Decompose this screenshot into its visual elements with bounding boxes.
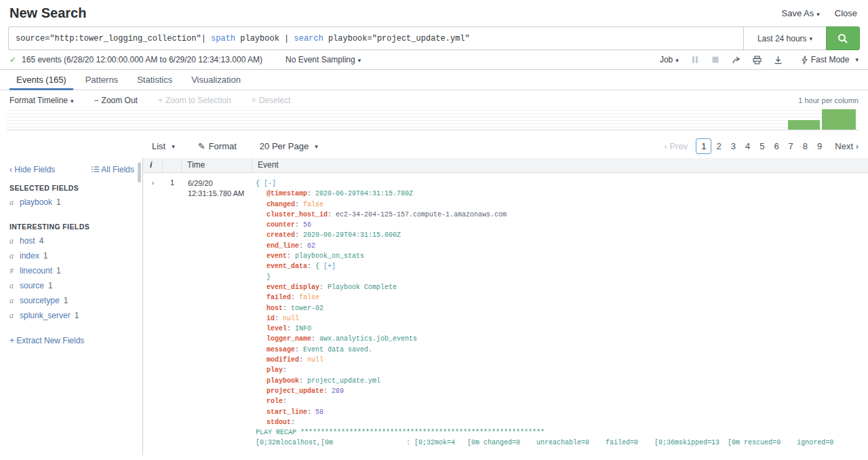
tab-visualization[interactable]: Visualization	[184, 70, 248, 90]
save-as-button[interactable]: Save As▾	[782, 8, 820, 18]
field-link[interactable]: splunk_server	[20, 311, 71, 320]
json-key[interactable]: playbook	[267, 377, 299, 385]
json-key[interactable]: role	[267, 398, 283, 405]
field-link[interactable]: source	[20, 281, 44, 290]
results-toolbar: List▾ ✎Format 20 Per Page▾ ‹ Prev 123456…	[0, 134, 868, 158]
search-mode-dropdown[interactable]: Fast Mode▾	[802, 55, 859, 64]
tab-statistics[interactable]: Statistics	[130, 70, 179, 90]
stop-job-icon[interactable]	[711, 56, 719, 64]
field-link[interactable]: host	[20, 236, 35, 246]
json-value[interactable]: project_update.yml	[307, 377, 380, 385]
json-key[interactable]: failed	[267, 294, 291, 301]
json-line: counter: 56	[256, 220, 868, 230]
json-value[interactable]: 2020-06-29T04:31:15.780Z	[315, 190, 413, 197]
share-icon[interactable]	[732, 56, 741, 64]
json-line: cluster_host_id: ec2-34-204-125-157.comp…	[256, 210, 868, 220]
json-key[interactable]: event	[267, 252, 287, 260]
json-key[interactable]: stdout	[267, 419, 291, 426]
json-value[interactable]: 62	[307, 242, 315, 250]
json-line: @timestamp: 2020-06-29T04:31:15.780Z	[256, 189, 868, 199]
search-button[interactable]	[826, 26, 860, 50]
json-value[interactable]: playbook_on_stats	[295, 252, 364, 260]
tab-events[interactable]: Events (165)	[9, 70, 73, 90]
field-link[interactable]: index	[20, 251, 39, 261]
json-key[interactable]: cluster_host_id	[267, 211, 328, 218]
format-timeline-dropdown[interactable]: Format Timeline▾	[9, 96, 74, 105]
page-button[interactable]: 6	[769, 139, 783, 153]
search-query-input[interactable]: source="http:tower_logging_collection"| …	[8, 26, 743, 50]
timeline-bar[interactable]	[788, 120, 820, 130]
json-value[interactable]: null	[283, 315, 299, 322]
collapse-toggle[interactable]: [-]	[264, 180, 276, 187]
expand-event-chevron-icon[interactable]: ›	[143, 178, 163, 448]
page-button[interactable]: 2	[711, 139, 726, 153]
list-view-dropdown[interactable]: List▾	[152, 141, 175, 151]
json-value[interactable]: ec2-34-204-125-157.compute-1.amazonaws.c…	[336, 211, 507, 218]
extract-new-fields-button[interactable]: + Extract New Fields	[9, 336, 134, 345]
time-column-header[interactable]: Time	[182, 158, 252, 172]
event-column-header[interactable]: Event	[252, 158, 868, 172]
json-value[interactable]: 58	[315, 408, 323, 416]
json-key[interactable]: level	[267, 325, 287, 332]
event-sampling-dropdown[interactable]: No Event Sampling▾	[285, 55, 361, 64]
page-button[interactable]: 1	[696, 138, 711, 154]
json-key[interactable]: created	[267, 231, 295, 239]
json-value[interactable]: false	[303, 201, 323, 208]
json-value[interactable]: 289	[332, 387, 344, 395]
json-value[interactable]: awx.analytics.job_events	[319, 335, 417, 343]
json-value[interactable]: false	[299, 294, 319, 301]
close-button[interactable]: Close	[835, 8, 857, 18]
json-value[interactable]: INFO	[295, 325, 311, 332]
page-button[interactable]: 8	[798, 139, 812, 153]
json-key[interactable]: play	[267, 366, 283, 374]
export-icon[interactable]	[774, 56, 783, 64]
json-key[interactable]: id	[267, 315, 275, 322]
info-column-header[interactable]: i	[143, 158, 163, 172]
page-button[interactable]: 5	[755, 139, 769, 153]
sidebar-scrollbar[interactable]	[138, 162, 141, 183]
json-value[interactable]: null	[307, 356, 323, 364]
format-results-button[interactable]: ✎Format	[198, 141, 237, 151]
json-key[interactable]: start_line	[267, 408, 307, 416]
pause-job-icon[interactable]	[691, 56, 699, 64]
json-key[interactable]: @timestamp	[267, 190, 307, 197]
page-button[interactable]: 3	[726, 139, 741, 153]
pagination: ‹ Prev 123456789 Next ›	[665, 141, 859, 151]
time-range-picker[interactable]: Last 24 hours▾	[743, 26, 826, 50]
field-link[interactable]: linecount	[20, 266, 52, 275]
json-value[interactable]: {	[315, 263, 323, 270]
json-key[interactable]: modified	[267, 356, 299, 364]
json-value[interactable]: Event data saved.	[303, 346, 372, 353]
json-value[interactable]: 2020-06-29T04:31:15.000Z	[303, 231, 401, 239]
json-key[interactable]: event_display	[267, 284, 319, 291]
hide-fields-button[interactable]: ‹ Hide Fields	[9, 165, 55, 174]
json-key[interactable]: end_line	[267, 242, 299, 250]
next-page-button[interactable]: Next ›	[835, 141, 859, 151]
json-key[interactable]: logger_name	[267, 335, 311, 343]
job-dropdown[interactable]: Job▾	[660, 55, 679, 64]
expand-toggle[interactable]: [+]	[323, 263, 336, 270]
json-key[interactable]: event_data	[267, 263, 307, 270]
json-key[interactable]: changed	[267, 201, 295, 208]
print-icon[interactable]	[753, 56, 762, 64]
timeline-bar[interactable]	[822, 109, 856, 130]
tab-patterns[interactable]: Patterns	[79, 70, 125, 90]
json-value[interactable]: Playbook Complete	[328, 284, 397, 291]
per-page-dropdown[interactable]: 20 Per Page▾	[260, 141, 318, 151]
json-key[interactable]: message	[267, 346, 295, 353]
json-key[interactable]: host	[267, 305, 283, 312]
json-value[interactable]: tower-02	[291, 305, 323, 312]
event-timeline-chart[interactable]	[7, 110, 859, 130]
page-button[interactable]: 7	[784, 139, 798, 153]
events-summary: 165 events (6/28/20 12:00:00.000 AM to 6…	[22, 55, 262, 64]
field-link[interactable]: playbook	[20, 197, 52, 207]
json-key[interactable]: project_update	[267, 387, 323, 395]
page-button[interactable]: 4	[741, 139, 755, 153]
zoom-out-button[interactable]: −Zoom Out	[94, 96, 138, 105]
json-value[interactable]: 56	[303, 221, 311, 229]
page-button[interactable]: 9	[812, 139, 827, 153]
json-key[interactable]: counter	[267, 221, 295, 229]
all-fields-button[interactable]: All Fields	[92, 165, 134, 174]
field-type-icon: #	[9, 266, 16, 276]
field-link[interactable]: sourcetype	[20, 296, 60, 305]
